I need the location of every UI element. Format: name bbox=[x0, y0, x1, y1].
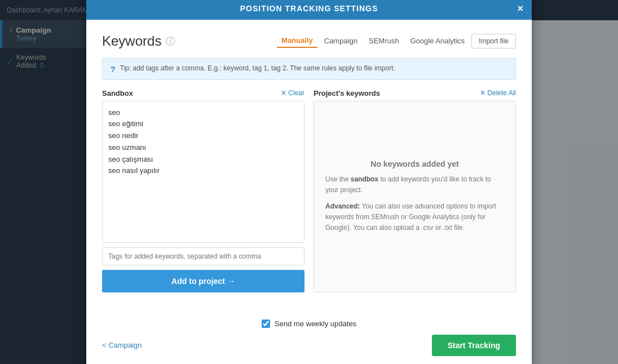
sandbox-textarea[interactable] bbox=[102, 101, 304, 243]
sandbox-title: Sandbox bbox=[102, 89, 133, 97]
tip-icon: ? bbox=[111, 65, 116, 74]
weekly-updates-label: Send me weekly updates bbox=[275, 319, 356, 328]
modal-title: POSITION TRACKING SETTINGS bbox=[240, 4, 378, 13]
info-icon[interactable]: i bbox=[166, 37, 175, 46]
keywords-heading-text: Keywords bbox=[102, 33, 161, 49]
keywords-header: Keywords i Manually Campaign SEMrush Goo… bbox=[102, 33, 516, 49]
project-keywords-header: Project's keywords ✕ Delete All bbox=[314, 89, 516, 97]
sandbox-column: Sandbox ✕ Clear Add to project → bbox=[102, 89, 304, 292]
modal-body: Keywords i Manually Campaign SEMrush Goo… bbox=[86, 20, 532, 313]
project-keywords-title: Project's keywords bbox=[314, 89, 380, 97]
tip-box: ? Tip: add tags after a comma. E.g.: key… bbox=[102, 58, 516, 80]
modal-footer: Send me weekly updates < Campaign Start … bbox=[86, 313, 532, 365]
tab-campaign[interactable]: Campaign bbox=[320, 34, 362, 47]
weekly-updates-row: Send me weekly updates bbox=[102, 319, 516, 328]
sandbox-header: Sandbox ✕ Clear bbox=[102, 89, 304, 97]
delete-all-label: Delete All bbox=[487, 89, 516, 97]
no-keywords-desc: Use the sandbox to add keywords you'd li… bbox=[325, 174, 504, 234]
tags-input[interactable] bbox=[102, 247, 304, 265]
clear-label: Clear bbox=[288, 89, 304, 97]
tab-semrush[interactable]: SEMrush bbox=[364, 34, 403, 47]
keywords-title: Keywords i bbox=[102, 33, 175, 49]
modal-overlay: POSITION TRACKING SETTINGS × Keywords i … bbox=[0, 0, 618, 364]
modal: POSITION TRACKING SETTINGS × Keywords i … bbox=[86, 0, 532, 364]
close-button[interactable]: × bbox=[517, 3, 524, 14]
import-file-button[interactable]: Import file bbox=[471, 34, 516, 48]
footer-actions: < Campaign Start Tracking bbox=[102, 335, 516, 356]
project-keywords-column: Project's keywords ✕ Delete All No keywo… bbox=[314, 89, 516, 292]
delete-x-icon: ✕ bbox=[480, 89, 485, 97]
add-to-project-button[interactable]: Add to project → bbox=[102, 270, 304, 292]
tip-text: Tip: add tags after a comma. E.g.: keywo… bbox=[120, 64, 395, 72]
clear-button[interactable]: ✕ Clear bbox=[281, 89, 304, 97]
tab-google-analytics[interactable]: Google Analytics bbox=[405, 34, 469, 47]
project-keywords-box: No keywords added yet Use the sandbox to… bbox=[314, 101, 516, 292]
start-tracking-button[interactable]: Start Tracking bbox=[432, 335, 516, 356]
no-keywords-title: No keywords added yet bbox=[370, 159, 458, 168]
delete-all-button[interactable]: ✕ Delete All bbox=[480, 89, 516, 97]
weekly-updates-checkbox[interactable] bbox=[262, 319, 270, 328]
tab-manually[interactable]: Manually bbox=[277, 34, 317, 48]
clear-x-icon: ✕ bbox=[281, 89, 286, 97]
tabs-container: Manually Campaign SEMrush Google Analyti… bbox=[277, 34, 516, 48]
modal-header: POSITION TRACKING SETTINGS × bbox=[86, 0, 532, 20]
two-columns: Sandbox ✕ Clear Add to project → Project… bbox=[102, 89, 516, 292]
back-campaign-link[interactable]: < Campaign bbox=[102, 341, 142, 349]
